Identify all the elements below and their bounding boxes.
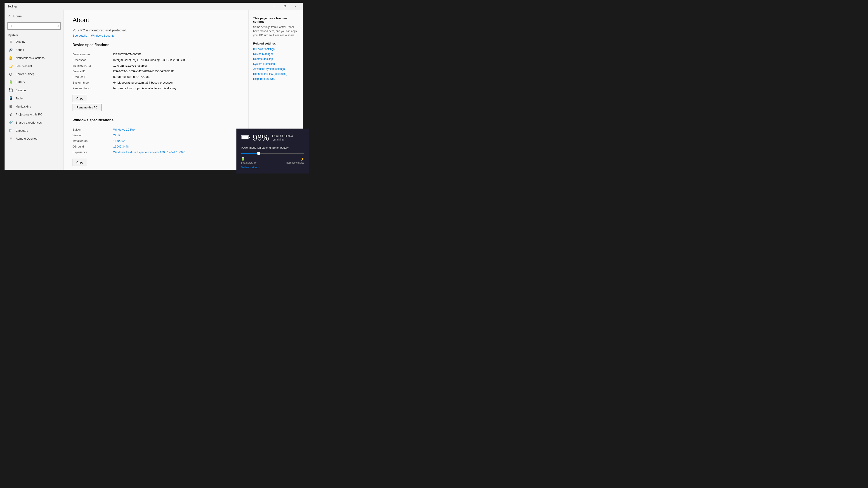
device-specs-table: Device nameDESKTOP-TM09J3EProcessorIntel… — [72, 52, 239, 91]
sidebar-item-power-sleep[interactable]: ⏻ Power & sleep — [5, 70, 63, 78]
notifications-icon: 🔔 — [8, 56, 13, 60]
battery-slider-labels: Best battery life Best performance — [241, 162, 304, 164]
spec-label: Device ID — [72, 68, 113, 74]
spec-label: Product ID — [72, 74, 113, 80]
related-settings-link[interactable]: Help from the web — [253, 77, 298, 80]
sidebar-item-home[interactable]: ⌂ Home — [5, 12, 63, 21]
sidebar-item-remote-desktop[interactable]: 🖥 Remote Desktop — [5, 135, 63, 142]
sidebar-item-label: Sound — [16, 48, 24, 52]
related-settings-link[interactable]: Remote desktop — [253, 57, 298, 61]
tablet-icon: 📱 — [8, 96, 13, 100]
restore-button[interactable]: ❐ — [280, 3, 290, 10]
sidebar-item-label: Projecting to this PC — [16, 113, 42, 116]
sidebar-item-label: Power & sleep — [16, 72, 35, 76]
best-battery-label: Best battery life — [241, 162, 256, 164]
sidebar-item-label: Focus assist — [16, 64, 32, 68]
sidebar-item-shared-experiences[interactable]: 🔗 Shared experiences — [5, 119, 63, 127]
storage-icon: 💾 — [8, 88, 13, 92]
close-button[interactable]: ✕ — [290, 3, 301, 10]
spec-value: Windows Feature Experience Pack 1000.190… — [113, 149, 239, 155]
related-settings-link[interactable]: System protection — [253, 62, 298, 66]
copy-button-2[interactable]: Copy — [72, 159, 87, 166]
best-performance-label: Best performance — [286, 162, 304, 164]
battery-percent: 98% — [253, 133, 269, 142]
spec-value: No pen or touch input is available for t… — [113, 86, 239, 91]
related-settings-link[interactable]: Rename this PC (advanced) — [253, 72, 298, 75]
related-settings-heading: Related settings — [253, 42, 298, 45]
spec-label: Version — [72, 132, 113, 138]
table-row: ExperienceWindows Feature Experience Pac… — [72, 149, 239, 155]
copy-button-1[interactable]: Copy — [72, 95, 87, 102]
spec-label: OS build — [72, 144, 113, 149]
table-row: ProcessorIntel(R) Core(TM) i3-7020U CPU … — [72, 57, 239, 63]
related-settings-link[interactable]: BitLocker settings — [253, 47, 298, 51]
related-settings-link[interactable]: Advanced system settings — [253, 67, 298, 70]
table-row: Device nameDESKTOP-TM09J3E — [72, 52, 239, 57]
sidebar-item-tablet[interactable]: 📱 Tablet — [5, 94, 63, 102]
battery-slider[interactable] — [241, 151, 304, 156]
related-settings-link[interactable]: Device Manager — [253, 53, 298, 56]
battery-slider-icons: 🔋 ⚡ — [241, 157, 304, 161]
battery-slider-thumb[interactable] — [257, 152, 260, 155]
table-row: Installed RAM12.0 GB (11.9 GB usable) — [72, 63, 239, 68]
sidebar-item-multitasking[interactable]: ⊞ Multitasking — [5, 102, 63, 110]
battery-settings-link[interactable]: Battery settings — [241, 166, 304, 169]
sidebar-item-projecting[interactable]: 📽 Projecting to this PC — [5, 110, 63, 119]
table-row: System type64-bit operating system, x64-… — [72, 80, 239, 86]
sidebar-item-sound[interactable]: 🔊 Sound — [5, 46, 63, 54]
spec-value: 22H2 — [113, 132, 239, 138]
focus-assist-icon: 🌙 — [8, 64, 13, 68]
sidebar-item-label: Battery — [16, 80, 25, 84]
battery-icon-wrapper — [241, 135, 250, 141]
window-title: Settings — [7, 5, 17, 8]
battery-life-icon: 🔋 — [241, 157, 245, 161]
svg-rect-2 — [242, 136, 249, 139]
sidebar-item-label: Tablet — [16, 97, 24, 100]
sidebar-item-label: Multitasking — [16, 105, 31, 108]
search-clear-button[interactable]: × — [57, 24, 59, 28]
table-row: Pen and touchNo pen or touch input is av… — [72, 86, 239, 91]
sidebar-section-system: System — [5, 31, 63, 38]
table-row: EditionWindows 10 Pro — [72, 127, 239, 132]
spec-label: Installed on — [72, 138, 113, 144]
sidebar-item-label: Notifications & actions — [16, 56, 44, 60]
table-row: Product ID00331-10000-00001-AA936 — [72, 74, 239, 80]
rename-button[interactable]: Rename this PC — [72, 104, 102, 111]
battery-performance-icon: ⚡ — [301, 157, 304, 161]
table-row: OS build19045.3448 — [72, 144, 239, 149]
sidebar-item-focus-assist[interactable]: 🌙 Focus assist — [5, 62, 63, 70]
sidebar-item-display[interactable]: 🖥 Display — [5, 38, 63, 46]
spec-value: Intel(R) Core(TM) i3-7020U CPU @ 2.30GHz… — [113, 57, 239, 63]
sidebar-item-notifications[interactable]: 🔔 Notifications & actions — [5, 54, 63, 62]
page-title: About — [72, 17, 239, 24]
see-details-link[interactable]: See details in Windows Security — [72, 34, 114, 37]
search-input[interactable] — [7, 22, 61, 30]
battery-icon: 🔋 — [8, 80, 13, 84]
sound-icon: 🔊 — [8, 48, 13, 52]
battery-popup: 98% 1 hour 55 minutes remaining Power mo… — [237, 129, 309, 173]
related-links-container: BitLocker settingsDevice ManagerRemote d… — [253, 47, 298, 80]
battery-mode-label: Power mode (on battery): Better battery — [241, 146, 304, 149]
sidebar-item-label: Clipboard — [16, 129, 28, 132]
titlebar: Settings — ❐ ✕ — [5, 3, 303, 10]
sidebar: ⌂ Home × System 🖥 Display 🔊 Sound 🔔 Noti… — [5, 10, 64, 170]
sidebar-item-storage[interactable]: 💾 Storage — [5, 86, 63, 94]
spec-label: Experience — [72, 149, 113, 155]
clipboard-icon: 📋 — [8, 129, 13, 133]
sidebar-item-clipboard[interactable]: 📋 Clipboard — [5, 127, 63, 135]
minimize-button[interactable]: — — [269, 3, 279, 10]
projecting-icon: 📽 — [8, 112, 13, 116]
display-icon: 🖥 — [8, 40, 13, 43]
spec-value: 00331-10000-00001-AA936 — [113, 74, 239, 80]
sidebar-item-battery[interactable]: 🔋 Battery — [5, 78, 63, 86]
device-specs-heading: Device specifications — [72, 43, 239, 48]
table-row: Installed on11/9/2022 — [72, 138, 239, 144]
spec-value: E3A1021C-D63A-4423-8D92-D55BD9784D9F — [113, 68, 239, 74]
shared-experiences-icon: 🔗 — [8, 121, 13, 125]
multitasking-icon: ⊞ — [8, 104, 13, 108]
spec-label: System type — [72, 80, 113, 86]
spec-value: 19045.3448 — [113, 144, 239, 149]
sidebar-item-label: Display — [16, 40, 25, 43]
spec-label: Processor — [72, 57, 113, 63]
spec-value: 64-bit operating system, x64-based proce… — [113, 80, 239, 86]
